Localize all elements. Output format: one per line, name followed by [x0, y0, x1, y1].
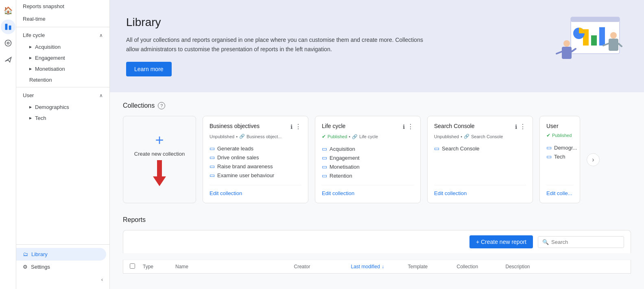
- monetisation-label: Monetisation: [35, 66, 65, 72]
- link-icon-search-console: 🔗: [464, 134, 469, 139]
- card-title-search-console: Search Console: [434, 123, 475, 129]
- create-collection-label: Create new collection: [134, 151, 185, 157]
- bullet-icon: ▶: [29, 56, 32, 60]
- sidebar-item-reports-snapshot[interactable]: Reports snapshot: [16, 0, 109, 13]
- info-icon-business[interactable]: ℹ: [290, 124, 293, 130]
- main-content: Library All of your collections and repo…: [110, 0, 644, 289]
- hero-banner: Library All of your collections and repo…: [110, 0, 644, 92]
- sidebar-collapse-button[interactable]: ‹: [16, 273, 109, 286]
- list-item: ▭ Drive online sales: [210, 153, 301, 162]
- list-item: ▭ Monetisation: [322, 162, 414, 171]
- folder-icon: ▭: [434, 145, 439, 152]
- explore-icon[interactable]: [1, 36, 15, 50]
- header-last-modified[interactable]: Last modified ↓: [351, 264, 408, 269]
- edit-collection-link-lifecycle[interactable]: Edit collection: [322, 190, 354, 196]
- lifecycle-chevron: ∧: [99, 33, 103, 38]
- dot-separator: •: [461, 134, 462, 139]
- card-footer-lifecycle: Edit collection: [322, 185, 414, 196]
- sidebar-item-monetisation[interactable]: ▶ Monetisation: [16, 63, 109, 74]
- list-item: ▭ Engagement: [322, 153, 414, 162]
- collections-help-icon[interactable]: ?: [158, 102, 165, 109]
- link-icon-business: 🔗: [239, 134, 245, 139]
- sidebar-user-header[interactable]: User ∧: [16, 89, 109, 102]
- folder-icon: ▭: [210, 145, 215, 152]
- sidebar-lifecycle-header[interactable]: Life cycle ∧: [16, 29, 109, 41]
- sidebar-item-realtime[interactable]: Real-time: [16, 13, 109, 25]
- hero-description: All of your collections and reports orga…: [126, 35, 431, 54]
- search-icon: 🔍: [542, 239, 549, 245]
- check-icon-lifecycle: ✔: [322, 134, 326, 139]
- sidebar-bottom: 🗂 Library ⚙ Settings ‹: [16, 244, 109, 289]
- edit-collection-link-business[interactable]: Edit collection: [210, 190, 242, 196]
- create-collection-card[interactable]: + Create new collection: [123, 116, 196, 203]
- folder-icon: ▭: [210, 163, 215, 169]
- dot-separator: •: [236, 134, 238, 139]
- card-items-lifecycle: ▭ Acquisition ▭ Engagement ▭ Monetisatio…: [322, 144, 414, 180]
- advertising-icon[interactable]: [1, 52, 15, 67]
- more-icon-search-console[interactable]: ⋮: [520, 123, 526, 130]
- hero-text: Library All of your collections and repo…: [126, 16, 431, 76]
- edit-collection-link-search-console[interactable]: Edit collection: [434, 190, 467, 196]
- sidebar-item-engagement[interactable]: ▶ Engagement: [16, 52, 109, 63]
- svg-rect-0: [5, 24, 7, 30]
- folder-icon: ▭: [546, 144, 552, 151]
- search-box: 🔍: [538, 236, 624, 248]
- svg-rect-7: [591, 35, 597, 46]
- sidebar-item-acquisition[interactable]: ▶ Acquisition: [16, 41, 109, 52]
- check-icon-user: ✔: [546, 133, 550, 138]
- card-footer-user: Edit colle...: [546, 185, 573, 196]
- status-text-user: Published: [552, 133, 572, 138]
- list-item: ▭ Raise brand awareness: [210, 162, 301, 171]
- list-item: ▭ Generate leads: [210, 144, 301, 153]
- reports-icon[interactable]: [1, 20, 15, 34]
- svg-rect-5: [571, 17, 620, 22]
- collections-row: + Create new collection Business objecti…: [123, 116, 631, 203]
- info-icon-lifecycle[interactable]: ℹ: [403, 124, 405, 130]
- card-title-user: User: [546, 123, 559, 129]
- sidebar-item-demographics[interactable]: ▶ Demographics: [16, 102, 109, 113]
- collection-card-lifecycle: Life cycle ℹ ⋮ ✔ Published • 🔗 Life cycl…: [315, 116, 421, 203]
- reports-table-header: Type Name Creator Last modified ↓ Templa…: [123, 260, 631, 274]
- svg-rect-11: [562, 47, 572, 59]
- folder-icon: ▭: [546, 153, 552, 160]
- bullet-icon: ▶: [29, 116, 32, 120]
- more-icon-business[interactable]: ⋮: [295, 123, 301, 130]
- dot-separator: •: [349, 134, 350, 139]
- sidebar-item-library[interactable]: 🗂 Library: [16, 248, 106, 261]
- reports-section-title: Reports: [123, 216, 631, 224]
- card-status-user: ✔ Published: [546, 133, 573, 138]
- search-input[interactable]: [551, 239, 620, 245]
- learn-more-button[interactable]: Learn more: [126, 62, 172, 76]
- user-label: User: [23, 92, 34, 98]
- reports-toolbar: + Create new report 🔍: [123, 230, 631, 253]
- more-icon-lifecycle[interactable]: ⋮: [407, 123, 414, 130]
- card-status-lifecycle: ✔ Published • 🔗 Life cycle: [322, 134, 414, 139]
- plus-icon: +: [155, 133, 164, 148]
- select-all-checkbox[interactable]: [130, 263, 135, 269]
- sidebar-item-retention[interactable]: Retention: [16, 74, 109, 85]
- settings-icon: ⚙: [23, 264, 28, 270]
- sidebar-item-settings[interactable]: ⚙ Settings: [16, 261, 109, 273]
- scroll-right-arrow[interactable]: ›: [587, 153, 600, 166]
- reports-section: Reports + Create new report 🔍 Type Name …: [123, 216, 631, 274]
- create-report-button[interactable]: + Create new report: [469, 235, 533, 248]
- header-creator: Creator: [294, 264, 351, 269]
- list-item: ▭ Demogr...: [546, 143, 573, 152]
- folder-icon: ▭: [210, 172, 215, 178]
- edit-collection-link-user[interactable]: Edit colle...: [546, 190, 572, 196]
- sidebar-item-tech[interactable]: ▶ Tech: [16, 113, 109, 124]
- arrow-annotation: +: [155, 133, 164, 148]
- header-collection: Collection: [457, 264, 506, 269]
- card-header-search-console: Search Console ℹ ⋮: [434, 123, 526, 130]
- svg-point-10: [563, 40, 570, 47]
- info-icon-search-console[interactable]: ℹ: [515, 124, 517, 130]
- header-description: Description: [506, 264, 624, 269]
- card-items-search-console: ▭ Search Console: [434, 144, 526, 180]
- card-title-lifecycle: Life cycle: [322, 123, 345, 129]
- settings-label: Settings: [31, 264, 50, 270]
- header-type: Type: [143, 264, 175, 269]
- home-icon[interactable]: 🏠: [1, 3, 15, 18]
- lifecycle-label: Life cycle: [23, 32, 45, 38]
- list-item: ▭ Retention: [322, 171, 414, 180]
- collection-card-user: User ✔ Published ▭ Demogr... ▭ Tech Edit…: [539, 116, 580, 203]
